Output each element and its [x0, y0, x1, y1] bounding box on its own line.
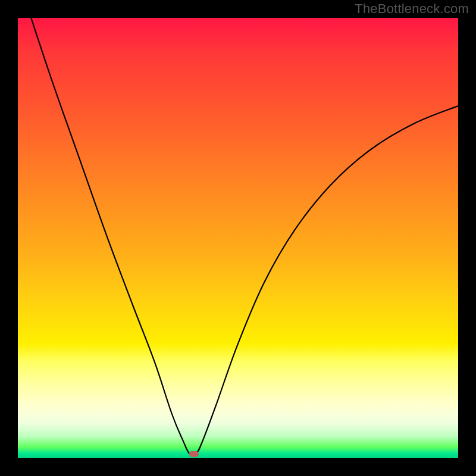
bottleneck-curve	[18, 18, 458, 458]
watermark-text: TheBottleneck.com	[355, 1, 469, 17]
optimum-marker	[189, 451, 199, 457]
chart-plot-area	[18, 18, 458, 458]
